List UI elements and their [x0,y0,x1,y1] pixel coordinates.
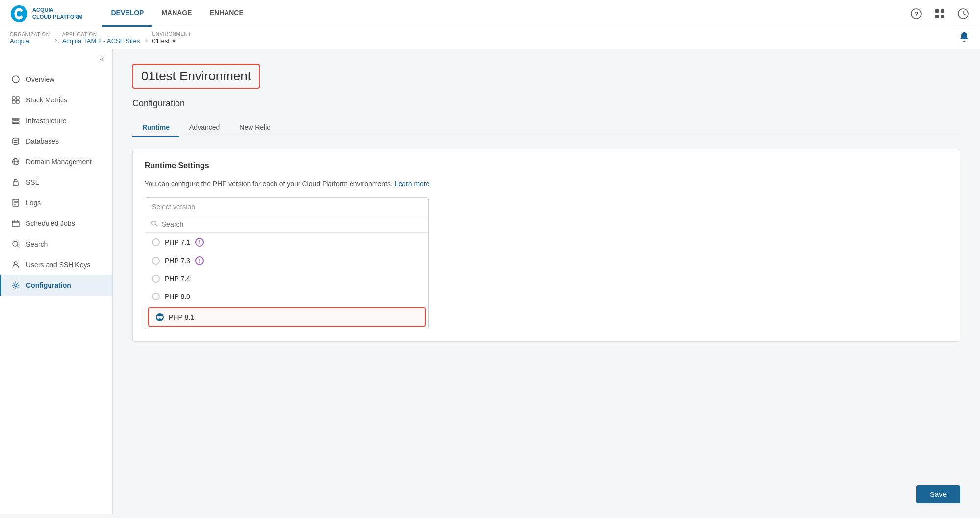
content-area: 01test Environment Configuration Runtime… [113,49,980,514]
php-version-label-74: PHP 7.4 [165,275,190,283]
grid-icon[interactable] [933,7,947,21]
selected-version-highlight: PHP 8.1 [148,307,426,327]
nav-right-icons: ? [909,7,970,21]
svg-line-32 [17,246,19,247]
save-button-area: Save [916,485,960,503]
sidebar-label-users-ssh-keys: Users and SSH Keys [26,261,91,269]
sidebar-item-overview[interactable]: Overview [0,69,112,90]
sidebar-label-overview: Overview [26,75,54,83]
sidebar-label-infrastructure: Infrastructure [26,117,66,124]
eol-icon-73: ! [195,256,204,265]
php-version-option-80[interactable]: PHP 8.0 [145,288,428,305]
radio-php81[interactable] [156,313,164,321]
sidebar-item-logs[interactable]: Logs [0,193,112,213]
breadcrumb-sep-1: › [54,32,57,45]
radio-php80[interactable] [152,293,160,300]
svg-rect-4 [941,9,944,13]
tab-new-relic[interactable]: New Relic [229,119,280,137]
sidebar-item-scheduled-jobs[interactable]: Scheduled Jobs [0,213,112,234]
sidebar-label-search: Search [26,240,48,248]
php-version-option-73[interactable]: PHP 7.3 ! [145,251,428,270]
users-icon [11,260,20,269]
version-select-box[interactable]: Select version PHP 7.1 ! [145,197,429,329]
sidebar-item-ssl[interactable]: SSL [0,172,112,193]
sidebar-label-ssl: SSL [26,178,39,186]
php-version-label-73: PHP 7.3 [165,257,190,265]
sidebar-label-logs: Logs [26,199,41,207]
acquia-logo-icon [10,4,28,23]
php-version-label-71: PHP 7.1 [165,238,190,246]
svg-rect-5 [935,15,939,18]
svg-rect-6 [941,15,944,18]
svg-point-0 [11,5,27,22]
stack-metrics-icon [11,96,20,104]
card-title: Runtime Settings [145,161,948,170]
search-icon [11,240,20,248]
svg-point-33 [14,262,17,265]
php-version-option-71[interactable]: PHP 7.1 ! [145,233,428,251]
databases-icon [11,137,20,146]
sidebar-label-databases: Databases [26,137,59,145]
svg-rect-22 [13,182,18,186]
eol-icon-71: ! [195,238,204,247]
svg-rect-17 [12,123,19,124]
php-version-label-81: PHP 8.1 [169,313,194,321]
sidebar-item-infrastructure[interactable]: Infrastructure [0,110,112,131]
page-title: 01test Environment [141,69,251,84]
top-navigation: ACQUIA CLOUD PLATFORM DEVELOP MANAGE ENH… [0,0,980,27]
version-search-box [145,216,428,233]
sidebar-item-configuration[interactable]: Configuration [0,275,112,296]
sidebar-item-users-ssh-keys[interactable]: Users and SSH Keys [0,254,112,275]
breadcrumb-sep-2: › [145,32,147,45]
nav-enhance[interactable]: ENHANCE [201,0,252,27]
breadcrumb-app[interactable]: APPLICATION Acquia TAM 2 - ACSF Sites [62,32,140,45]
learn-more-link[interactable]: Learn more [395,180,430,188]
svg-rect-27 [12,221,19,227]
main-nav-links: DEVELOP MANAGE ENHANCE [102,0,252,27]
php-version-label-80: PHP 8.0 [165,293,190,300]
save-button[interactable]: Save [916,485,960,503]
breadcrumb-org[interactable]: ORGANIZATION Acquia [10,32,50,45]
svg-point-18 [13,138,19,141]
sidebar-collapse-button[interactable]: « [0,49,112,69]
env-dropdown-icon[interactable]: ▾ [172,37,176,45]
sidebar: « Overview Stack Metrics [0,49,113,514]
notification-bell[interactable] [958,31,970,45]
sidebar-item-search[interactable]: Search [0,234,112,254]
help-icon[interactable]: ? [909,7,923,21]
page-title-box: 01test Environment [132,64,260,89]
svg-rect-3 [935,9,939,13]
card-description: You can configure the PHP version for ea… [145,180,948,188]
svg-rect-16 [12,121,19,122]
svg-line-9 [963,14,965,15]
version-search-input[interactable] [162,221,423,228]
svg-rect-11 [12,97,15,99]
sidebar-item-databases[interactable]: Databases [0,131,112,151]
sidebar-label-stack-metrics: Stack Metrics [26,96,67,104]
logo-text: ACQUIA CLOUD PLATFORM [32,7,82,20]
nav-manage[interactable]: MANAGE [152,0,201,27]
domain-icon [11,157,20,166]
svg-text:?: ? [914,10,918,18]
radio-php73[interactable] [152,257,160,265]
scheduled-jobs-icon [11,219,20,228]
overview-icon [11,75,20,84]
logo[interactable]: ACQUIA CLOUD PLATFORM [10,4,82,23]
sidebar-item-stack-metrics[interactable]: Stack Metrics [0,90,112,110]
radio-php74[interactable] [152,275,160,283]
config-tabs: Runtime Advanced New Relic [132,119,960,137]
svg-point-10 [12,76,19,83]
svg-rect-14 [16,100,19,103]
radio-php71[interactable] [152,238,160,246]
clock-icon[interactable] [956,7,970,21]
svg-rect-13 [12,100,15,103]
sidebar-label-configuration: Configuration [26,281,71,289]
version-select-header: Select version [145,198,428,216]
sidebar-item-domain-management[interactable]: Domain Management [0,151,112,172]
nav-develop[interactable]: DEVELOP [102,0,152,27]
tab-runtime[interactable]: Runtime [132,119,179,137]
php-version-option-81[interactable]: PHP 8.1 [149,308,425,326]
breadcrumb-env[interactable]: ENVIRONMENT 01test ▾ [152,31,191,45]
tab-advanced[interactable]: Advanced [179,119,229,137]
php-version-option-74[interactable]: PHP 7.4 [145,270,428,288]
